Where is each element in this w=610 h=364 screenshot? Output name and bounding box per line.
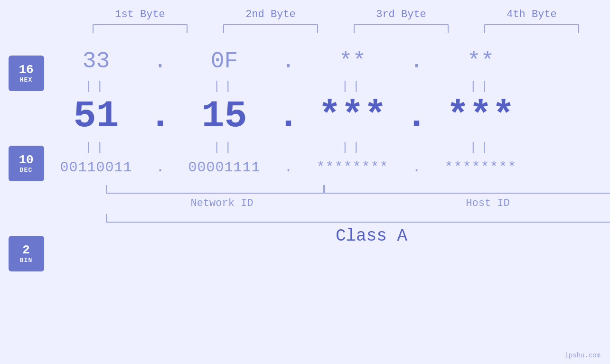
host-id-bracket bbox=[324, 185, 610, 194]
hex-dot2: . bbox=[277, 48, 300, 74]
dec-dot1: . bbox=[149, 94, 172, 138]
eq2-byte2: || bbox=[172, 140, 277, 155]
hex-dot3: . bbox=[405, 48, 429, 74]
dec-row: 51 . 15 . *** . *** bbox=[44, 94, 610, 138]
network-id-label: Network ID bbox=[106, 197, 338, 209]
equals-row-1: || || || || bbox=[44, 79, 610, 93]
data-columns: 33 . 0F . ** . ** || || || || 51 bbox=[44, 46, 610, 246]
watermark: ipshu.com bbox=[564, 352, 601, 359]
bin-byte2: 00001111 bbox=[172, 156, 277, 179]
bracket-byte4 bbox=[484, 24, 579, 33]
bin-dot2: . bbox=[277, 159, 300, 176]
eq2-byte1: || bbox=[44, 140, 149, 155]
dec-byte2: 15 bbox=[172, 95, 277, 137]
hex-base-label: HEX bbox=[20, 76, 32, 84]
eq1-byte4: || bbox=[429, 79, 533, 93]
dec-byte3: *** bbox=[300, 95, 405, 137]
bin-base-label: BIN bbox=[20, 257, 32, 264]
byte4-header: 4th Byte bbox=[479, 9, 584, 20]
badges-column: 16 HEX 10 DEC 2 BIN bbox=[9, 46, 44, 271]
bracket-byte1 bbox=[93, 24, 188, 33]
byte-headers: 1st Byte 2nd Byte 3rd Byte 4th Byte bbox=[75, 9, 597, 20]
bin-byte3: ******** bbox=[300, 156, 405, 179]
bin-row: 00110011 . 00001111 . ******** . *******… bbox=[44, 156, 610, 179]
eq2-byte3: || bbox=[300, 140, 405, 155]
bin-dot1: . bbox=[149, 159, 172, 176]
bin-dot3: . bbox=[405, 159, 429, 176]
dec-dot3: . bbox=[405, 94, 429, 138]
eq1-byte3: || bbox=[300, 79, 405, 93]
bottom-labels: Network ID Host ID bbox=[106, 197, 610, 209]
dec-byte4: *** bbox=[429, 95, 533, 137]
equals-row-2: || || || || bbox=[44, 140, 610, 155]
class-label: Class A bbox=[106, 226, 610, 246]
content-area: 16 HEX 10 DEC 2 BIN 33 . 0F . ** . ** bbox=[9, 46, 602, 271]
hex-byte2: 0F bbox=[172, 46, 277, 76]
bin-byte1: 00110011 bbox=[44, 156, 149, 179]
bin-badge: 2 BIN bbox=[9, 236, 44, 271]
bracket-byte3 bbox=[354, 24, 449, 33]
eq1-byte2: || bbox=[172, 79, 277, 93]
bin-byte4: ******** bbox=[429, 156, 533, 179]
hex-byte4: ** bbox=[429, 46, 533, 76]
top-brackets bbox=[75, 24, 597, 33]
hex-byte1: 33 bbox=[44, 46, 149, 76]
dec-byte1: 51 bbox=[44, 95, 149, 137]
bracket-byte2 bbox=[223, 24, 318, 33]
host-bracket-wrap bbox=[324, 185, 610, 194]
byte1-header: 1st Byte bbox=[88, 9, 192, 20]
main-container: 1st Byte 2nd Byte 3rd Byte 4th Byte 16 H… bbox=[0, 0, 610, 364]
dec-badge: 10 DEC bbox=[9, 146, 44, 181]
dec-dot2: . bbox=[277, 94, 300, 138]
hex-base-number: 16 bbox=[19, 63, 33, 77]
class-section: Class A bbox=[106, 214, 610, 246]
hex-badge: 16 HEX bbox=[9, 56, 44, 91]
host-id-label: Host ID bbox=[338, 197, 610, 209]
eq2-byte4: || bbox=[429, 140, 533, 155]
byte2-header: 2nd Byte bbox=[218, 9, 323, 20]
network-bracket-wrap bbox=[106, 185, 324, 194]
byte3-header: 3rd Byte bbox=[349, 9, 453, 20]
class-bracket bbox=[106, 214, 610, 223]
bin-base-number: 2 bbox=[22, 243, 30, 257]
hex-row: 33 . 0F . ** . ** bbox=[44, 46, 610, 76]
bottom-section: Network ID Host ID bbox=[106, 185, 610, 209]
bottom-brackets bbox=[106, 185, 610, 194]
network-id-bracket bbox=[106, 185, 324, 194]
hex-dot1: . bbox=[149, 48, 172, 74]
dec-base-label: DEC bbox=[20, 167, 32, 174]
eq1-byte1: || bbox=[44, 79, 149, 93]
hex-byte3: ** bbox=[300, 46, 405, 76]
dec-base-number: 10 bbox=[19, 153, 33, 167]
